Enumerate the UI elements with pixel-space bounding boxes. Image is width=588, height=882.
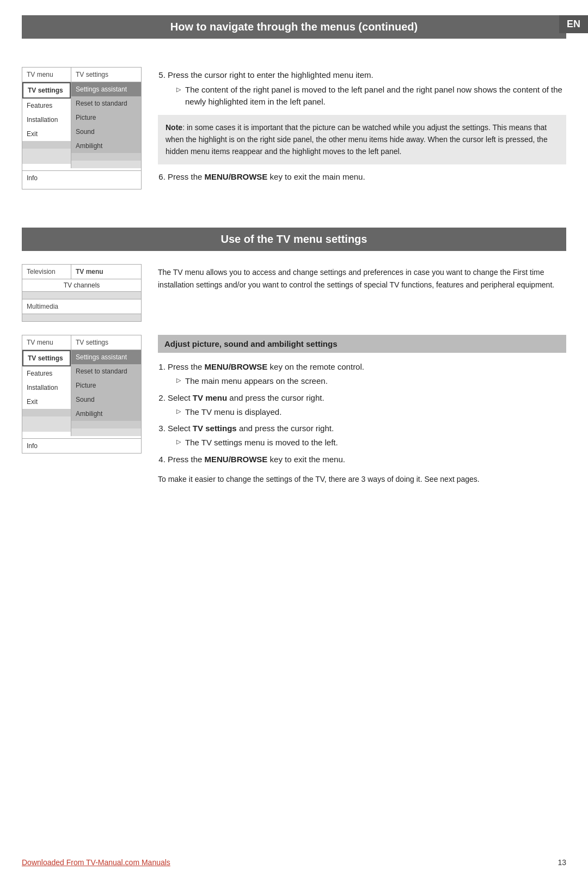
menu1-col-right-header: TV settings [71, 68, 141, 82]
menu1-left-item-3: Installation [22, 113, 71, 127]
menu1-right-item-5: Ambilight [71, 139, 141, 153]
menu1-left-bar-2 [22, 149, 71, 156]
menu2-left-item-3: Installation [22, 381, 71, 395]
adjust-header: Adjust picture, sound and ambilight sett… [158, 335, 566, 353]
multimedia-bar [22, 314, 141, 321]
step3: Select TV settings and press the cursor … [168, 422, 566, 449]
menu2-footer: Info [22, 438, 141, 453]
menu1-left-item-1: TV settings [22, 82, 71, 99]
tv-channels-right-header: TV menu [71, 265, 141, 279]
step1-sub: The main menu appears on the screen. [176, 375, 566, 387]
tv-menu-box-2: TV menu TV settings TV settings Features… [22, 335, 142, 454]
tv-menu-box-1: TV menu TV settings TV settings Features… [22, 67, 142, 189]
menu1-left-item-4: Exit [22, 127, 71, 141]
section2-intro: The TV menu allows you to access and cha… [158, 264, 566, 322]
steps-list: Press the MENU/BROWSE key on the remote … [158, 360, 566, 465]
menu2-right-item-5: Ambilight [71, 407, 141, 421]
page-footer: Downloaded From TV-Manual.com Manuals 13 [0, 858, 588, 867]
menu2-left-item-1: TV settings [22, 350, 71, 366]
menu2-left-item-4: Exit [22, 395, 71, 409]
menu2-left-bar-3 [22, 424, 71, 432]
multimedia-label: Multimedia [22, 299, 141, 314]
step6: Press the MENU/BROWSE key to exit the ma… [168, 171, 566, 183]
menu1-right-item-3: Picture [71, 111, 141, 125]
tv-channels-box: Television TV menu TV channels Multimedi… [22, 264, 142, 322]
menu1-right-item-1: Settings assistant [71, 82, 141, 96]
menu2-right-item-2: Reset to standard [71, 364, 141, 378]
tv-channels-label: TV channels [22, 279, 141, 291]
to-make-text: To make it easier to change the settings… [158, 473, 566, 485]
menu2-left-bar-2 [22, 416, 71, 424]
step5: Press the cursor right to enter the high… [168, 69, 566, 108]
step4: Press the MENU/BROWSE key to exit the me… [168, 453, 566, 465]
menu1-right-item-4: Sound [71, 125, 141, 139]
menu1-left-bar-1 [22, 141, 71, 149]
menu2-right-item-3: Picture [71, 378, 141, 393]
menu1-col-left-header: TV menu [22, 68, 71, 82]
menu1-left-item-2: Features [22, 99, 71, 113]
section2-left: Television TV menu TV channels Multimedi… [22, 264, 142, 322]
menu2-left-item-2: Features [22, 366, 71, 381]
note-box: Note: in some cases it is important that… [158, 115, 566, 164]
step1: Press the MENU/BROWSE key on the remote … [168, 360, 566, 388]
menu2-col-right-header: TV settings [71, 335, 141, 350]
section2-intro-text: The TV menu allows you to access and cha… [158, 266, 566, 291]
footer-link[interactable]: Downloaded From TV-Manual.com Manuals [22, 858, 170, 867]
menu2-col-left-header: TV menu [22, 335, 71, 350]
tv-channels-left-header: Television [22, 265, 71, 279]
menu2-right-item-4: Sound [71, 393, 141, 407]
menu1-right-item-2: Reset to standard [71, 96, 141, 111]
section2-steps: Adjust picture, sound and ambilight sett… [158, 335, 566, 485]
step5-sub: The content of the right panel is moved … [176, 84, 566, 108]
menu1-left-bar-3 [22, 156, 71, 164]
section1-header: How to navigate through the menus (conti… [22, 15, 566, 39]
page-number: 13 [558, 858, 566, 867]
step2-sub: The TV menu is displayed. [176, 406, 566, 418]
menu1-right-bar-2 [71, 161, 141, 168]
menu1-right-bar-1 [71, 153, 141, 161]
menu2-right-item-1: Settings assistant [71, 350, 141, 364]
step2: Select TV menu and press the cursor righ… [168, 391, 566, 419]
section1-right-content: Press the cursor right to enter the high… [158, 67, 566, 189]
note-label: Note: in some cases it is important that… [166, 123, 548, 156]
menu1-footer: Info [22, 170, 141, 185]
menu2-right-bar-1 [71, 421, 141, 428]
tv-channels-bar [22, 291, 141, 299]
step3-sub: The TV settings menu is moved to the lef… [176, 436, 566, 449]
en-badge: EN [559, 15, 588, 33]
menu2-left-bar-1 [22, 409, 71, 416]
section2-header: Use of the TV menu settings [22, 228, 566, 251]
menu2-right-bar-2 [71, 428, 141, 436]
